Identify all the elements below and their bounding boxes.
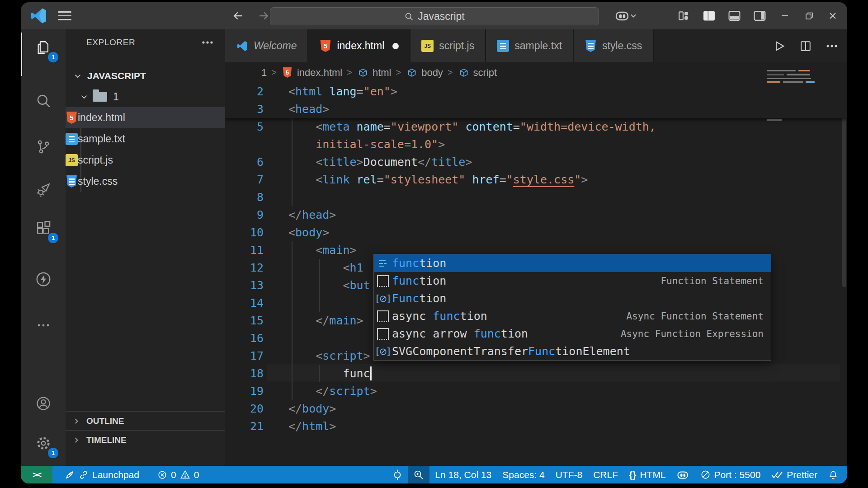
modified-indicator[interactable]	[392, 43, 399, 49]
activity-more-icon[interactable]	[21, 310, 66, 341]
toggle-secondary-sidebar-icon[interactable]	[750, 8, 769, 24]
file-style.css[interactable]: style.css	[66, 171, 225, 192]
tab-script.js[interactable]: JSscript.js	[410, 29, 486, 62]
file-sample.txt[interactable]: sample.txt	[66, 128, 225, 150]
menu-icon[interactable]	[56, 9, 73, 22]
line-number[interactable]: 9	[225, 206, 264, 224]
code-line-5[interactable]: 5 <meta name="viewport" content="width=d…	[225, 118, 847, 136]
copilot-icon[interactable]	[611, 8, 640, 24]
line-number[interactable]: 12	[225, 259, 264, 277]
link-icon	[79, 470, 89, 480]
suggestion-function[interactable]: function	[374, 254, 771, 272]
line-number[interactable]: 5	[225, 118, 264, 136]
activity-run-debug-icon[interactable]	[21, 174, 66, 206]
code-line-wrap[interactable]: initial-scale=1.0">	[225, 136, 847, 153]
line-number[interactable]: 17	[225, 347, 264, 365]
indentation-item[interactable]: Spaces: 4	[497, 466, 550, 483]
problems-item[interactable]: 0 0	[152, 466, 204, 483]
remote-indicator[interactable]: ><	[21, 466, 52, 483]
activity-accounts-icon[interactable]	[21, 388, 66, 419]
tree-root-javascript[interactable]: JAVASCRIPT	[66, 66, 225, 85]
line-number[interactable]: 18	[225, 365, 264, 382]
code-line-20[interactable]: 20</body>	[225, 400, 847, 418]
breadcrumb-item-index.html[interactable]: 5index.html	[281, 66, 342, 79]
activity-search-icon[interactable]	[21, 85, 66, 117]
code-line-2[interactable]: 2<html lang="en">	[225, 83, 847, 100]
more-actions-icon[interactable]	[823, 37, 841, 55]
activity-live-server-icon[interactable]	[21, 263, 66, 295]
live-server-port-item[interactable]: Port : 5500	[695, 466, 766, 483]
code-line-7[interactable]: 7 <link rel="stylesheet" href="style.css…	[225, 171, 847, 188]
suggestion-async function[interactable]: async functionAsync Function Statement	[374, 307, 771, 325]
tab-sample.txt[interactable]: sample.txt	[486, 29, 574, 62]
launchpad-item[interactable]: Launchpad	[59, 466, 145, 483]
suggestion-SVGComponentTransferFunctionElement[interactable]: [⊘]SVGComponentTransferFunctionElement	[374, 343, 771, 360]
suggestion-async arrow function[interactable]: async arrow functionAsync Function Expre…	[374, 325, 771, 343]
line-number[interactable]: 6	[225, 153, 264, 171]
code-line-9[interactable]: 9</head>	[225, 206, 847, 224]
breadcrumb-item-body[interactable]: body	[406, 66, 443, 79]
line-number[interactable]: 11	[225, 241, 264, 259]
code-line-3[interactable]: 3<head>	[225, 100, 847, 118]
zoom-item[interactable]	[408, 466, 429, 483]
line-number[interactable]: 15	[225, 312, 264, 329]
line-number[interactable]: 19	[225, 382, 264, 400]
line-number[interactable]: 16	[225, 329, 264, 347]
back-arrow-icon[interactable]	[231, 9, 246, 23]
suggestion-function[interactable]: functionFunction Statement	[374, 272, 771, 290]
tab-bar: Welcome5index.htmlJSscript.jssample.txts…	[225, 29, 847, 62]
rocket-icon	[64, 469, 75, 480]
tree-folder-1[interactable]: 1	[66, 86, 225, 107]
breadcrumb-item-html[interactable]: html	[357, 66, 392, 79]
activity-source-control-icon[interactable]	[21, 131, 66, 163]
toggle-primary-sidebar-icon[interactable]	[700, 8, 718, 24]
encoding-item[interactable]: UTF-8	[550, 466, 588, 483]
activity-settings-icon[interactable]: 1	[21, 427, 66, 459]
code-line-21[interactable]: 21</html>	[225, 418, 847, 435]
code-line-10[interactable]: 10<body>	[225, 224, 847, 241]
restore-icon[interactable]	[799, 8, 819, 24]
formatter-item[interactable]: Prettier	[766, 466, 823, 483]
notifications-item[interactable]	[823, 466, 847, 483]
cursor-position-item[interactable]: Ln 18, Col 13	[429, 466, 497, 483]
line-number[interactable]: 8	[225, 188, 264, 206]
copilot-status-item[interactable]	[671, 466, 695, 483]
close-icon[interactable]	[823, 8, 843, 24]
tab-index.html[interactable]: 5index.html	[308, 29, 410, 62]
code-line-6[interactable]: 6 <title>Document</title>	[225, 153, 847, 171]
line-number[interactable]: 3	[225, 100, 264, 118]
line-number[interactable]: 7	[225, 171, 264, 188]
suggestion-Function[interactable]: [⊘]Function	[374, 290, 771, 307]
file-script.js[interactable]: JSscript.js	[66, 150, 225, 171]
file-index.html[interactable]: 5index.html	[66, 107, 225, 128]
line-number[interactable]: 20	[225, 400, 264, 418]
editor-scrollbar[interactable]	[842, 88, 846, 287]
customize-layout-icon[interactable]	[675, 8, 693, 24]
tab-style.css[interactable]: style.css	[574, 29, 654, 62]
outline-section[interactable]: OUTLINE	[66, 411, 225, 431]
run-button[interactable]	[770, 37, 788, 55]
line-number[interactable]: 10	[225, 224, 264, 241]
timeline-section[interactable]: TIMELINE	[66, 430, 225, 450]
more-actions-icon[interactable]	[200, 37, 215, 48]
breadcrumb-item-script[interactable]: script	[458, 66, 497, 79]
line-number[interactable]: 2	[225, 83, 264, 100]
activity-extensions-icon[interactable]: 1	[21, 212, 66, 244]
code-line-8[interactable]: 8	[225, 188, 847, 206]
forward-arrow-icon[interactable]	[256, 9, 271, 23]
line-number[interactable]: 21	[225, 418, 264, 435]
command-center-search[interactable]: Javascript	[270, 7, 599, 25]
screencast-item[interactable]	[387, 466, 408, 483]
toggle-panel-icon[interactable]	[725, 8, 743, 24]
code-area[interactable]: 2<html lang="en">3<head> 5 <meta name="v…	[225, 83, 847, 466]
line-number[interactable]: 13	[225, 277, 264, 294]
language-item[interactable]: {} HTML	[623, 466, 671, 483]
code-line-19[interactable]: 19 </script>	[225, 382, 847, 400]
split-editor-icon[interactable]	[797, 37, 815, 55]
eol-item[interactable]: CRLF	[588, 466, 623, 483]
breadcrumb-item-1[interactable]: 1	[261, 67, 267, 79]
activity-explorer-icon[interactable]: 1	[21, 32, 66, 63]
minimize-icon[interactable]	[775, 8, 795, 24]
line-number[interactable]: 14	[225, 294, 264, 312]
tab-Welcome[interactable]: Welcome	[225, 29, 308, 62]
